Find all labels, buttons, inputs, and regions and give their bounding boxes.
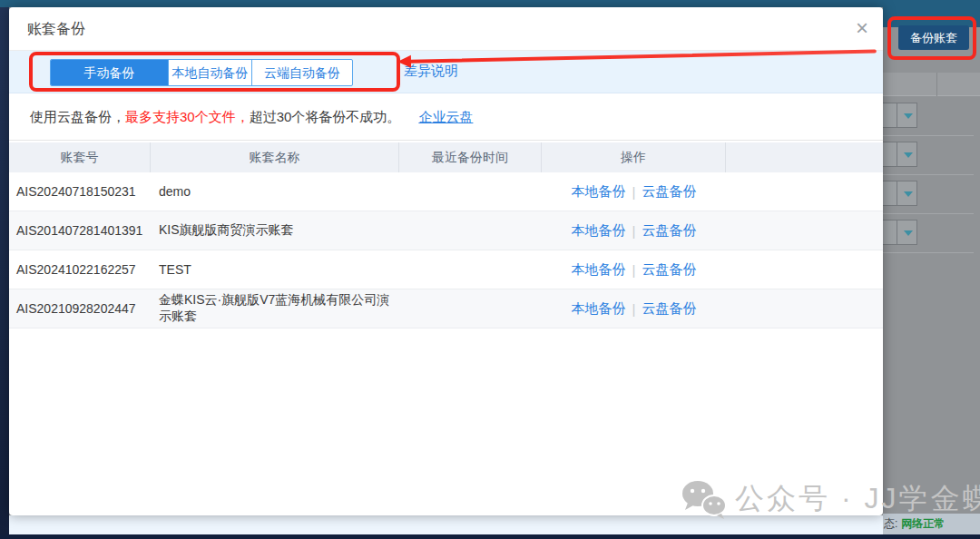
network-status-value: 网络正常 xyxy=(901,517,945,530)
background-dropdown[interactable] xyxy=(877,220,917,245)
header-operations: 操作 xyxy=(542,142,726,172)
header-filler xyxy=(726,142,883,172)
tab-bar: 手动备份 本地自动备份 云端自动备份 差异说明 xyxy=(9,51,883,93)
action-separator: | xyxy=(632,184,636,200)
cloud-backup-link[interactable]: 云盘备份 xyxy=(642,222,696,240)
chevron-down-icon xyxy=(904,152,913,158)
row-divider xyxy=(883,174,974,175)
last-backup-time xyxy=(399,172,542,211)
status-bar xyxy=(9,515,883,534)
account-name: KIS旗舰版商贸演示账套 xyxy=(151,211,399,250)
chevron-down-icon xyxy=(904,191,913,197)
account-name: 金蝶KIS云·旗舰版V7蓝海机械有限公司演示账套 xyxy=(151,289,399,328)
action-separator: | xyxy=(632,223,636,239)
account-id: AIS20241022162257 xyxy=(9,250,151,289)
network-status-label: 态: xyxy=(884,517,897,530)
background-dropdown[interactable] xyxy=(877,103,917,128)
local-backup-link[interactable]: 本地备份 xyxy=(572,183,626,201)
row-divider xyxy=(883,135,974,136)
row-divider xyxy=(883,213,974,214)
app-bottom-edge xyxy=(0,534,980,539)
enterprise-cloud-link[interactable]: 企业云盘 xyxy=(418,109,473,124)
table-row: AIS20240718150231 demo 本地备份|云盘备份 xyxy=(9,172,883,211)
column-divider xyxy=(936,73,937,96)
dialog-title: 账套备份 xyxy=(27,7,85,51)
table-header: 账套号 账套名称 最近备份时间 操作 xyxy=(9,142,883,172)
local-backup-link[interactable]: 本地备份 xyxy=(572,300,626,318)
action-separator: | xyxy=(632,301,636,317)
notice-text: 超过30个将备份不成功。 xyxy=(250,109,401,124)
notice-text: 使用云盘备份， xyxy=(30,109,125,124)
background-dropdown[interactable] xyxy=(877,142,917,167)
account-backup-dialog: 账套备份 × 手动备份 本地自动备份 云端自动备份 差异说明 使用云盘备份，最多… xyxy=(9,7,883,515)
account-id: AIS20210928202447 xyxy=(9,289,151,328)
header-last-backup-time: 最近备份时间 xyxy=(399,142,542,172)
table-row: AIS20210928202447 金蝶KIS云·旗舰版V7蓝海机械有限公司演示… xyxy=(9,289,883,328)
last-backup-time xyxy=(399,250,542,289)
account-id: AIS20240718150231 xyxy=(9,172,151,211)
last-backup-time xyxy=(399,211,542,250)
close-icon[interactable]: × xyxy=(856,16,868,40)
cloud-backup-link[interactable]: 云盘备份 xyxy=(642,183,696,201)
local-backup-link[interactable]: 本地备份 xyxy=(572,261,626,279)
last-backup-time xyxy=(399,289,542,328)
background-table-header xyxy=(883,73,980,96)
header-account-id: 账套号 xyxy=(9,142,151,172)
action-separator: | xyxy=(632,262,636,278)
chevron-down-icon xyxy=(904,230,913,236)
cloud-backup-link[interactable]: 云盘备份 xyxy=(642,300,696,318)
tabs-highlight-annotation xyxy=(29,52,400,92)
table-row: AIS201407281401391 KIS旗舰版商贸演示账套 本地备份|云盘备… xyxy=(9,211,883,250)
difference-explanation-link[interactable]: 差异说明 xyxy=(404,63,458,80)
header-account-name: 账套名称 xyxy=(151,142,399,172)
backup-account-button[interactable]: 备份账套 xyxy=(898,25,969,50)
account-table: 账套号 账套名称 最近备份时间 操作 AIS20240718150231 dem… xyxy=(9,142,883,328)
notice-highlight: 最多支持30个文件， xyxy=(125,109,250,124)
local-backup-link[interactable]: 本地备份 xyxy=(572,222,626,240)
background-dropdown[interactable] xyxy=(877,181,917,206)
chevron-down-icon xyxy=(904,113,913,119)
account-name: TEST xyxy=(151,250,399,289)
row-divider xyxy=(883,252,974,253)
dialog-title-bar: 账套备份 × xyxy=(9,7,883,51)
cloud-backup-notice: 使用云盘备份，最多支持30个文件，超过30个将备份不成功。企业云盘 xyxy=(9,93,883,141)
account-id: AIS201407281401391 xyxy=(9,211,151,250)
backup-button-highlight-annotation: 备份账套 xyxy=(887,16,976,60)
app-top-bar xyxy=(0,0,980,7)
cloud-backup-link[interactable]: 云盘备份 xyxy=(642,261,696,279)
app-left-edge xyxy=(0,7,9,534)
table-row: AIS20241022162257 TEST 本地备份|云盘备份 xyxy=(9,250,883,289)
dimmed-background-panel: 态:网络正常 xyxy=(883,0,980,539)
account-name: demo xyxy=(151,172,399,211)
network-status: 态:网络正常 xyxy=(883,514,980,534)
